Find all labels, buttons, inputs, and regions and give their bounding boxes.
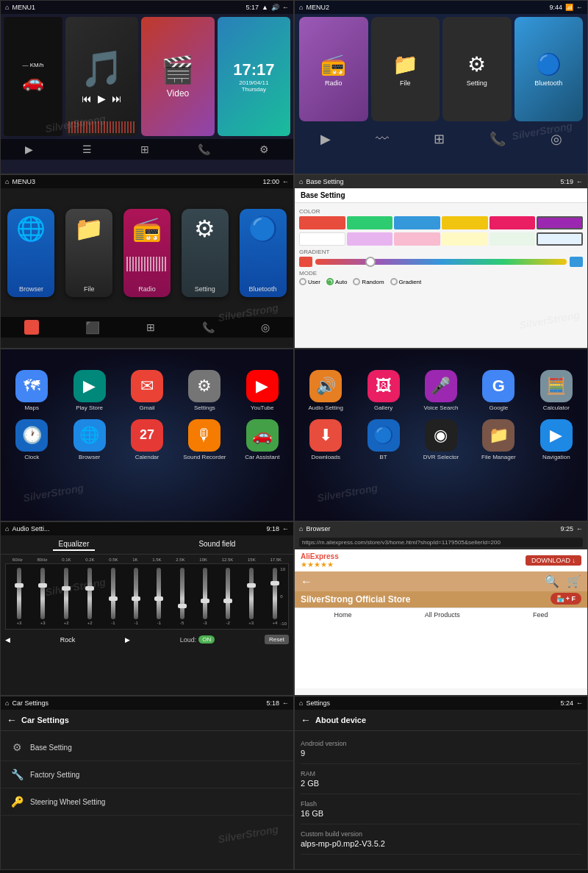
mode-random[interactable]: Random [353, 278, 384, 285]
tile-bluetooth[interactable]: 🔵 Bluetooth [514, 17, 584, 121]
radio-gradient[interactable] [390, 278, 398, 285]
app-gmail[interactable]: ✉ Gmail [119, 367, 175, 415]
nav-feed-store[interactable]: Feed [533, 611, 548, 619]
home-icon-7[interactable]: ⌂ [5, 525, 9, 532]
cart-icon-store[interactable]: 🛒 [567, 574, 581, 588]
color-pink[interactable] [490, 216, 536, 229]
eq-slider-5[interactable] [111, 568, 115, 619]
home-icon-9[interactable]: ⌂ [5, 699, 9, 707]
color-lavender[interactable] [347, 232, 393, 246]
app-voice-search[interactable]: 🎤 Voice Search [413, 367, 469, 415]
music-tile[interactable]: 🎵 ⏮ ▶ ⏭ [65, 17, 138, 136]
back-icon-10[interactable]: ← [576, 699, 583, 707]
nav-products-store[interactable]: All Products [425, 611, 460, 619]
app-downloads[interactable]: ⬇ Downloads [298, 416, 354, 464]
app-audio-setting[interactable]: 🔊 Audio Setting [298, 367, 354, 415]
gradient-thumb[interactable] [365, 257, 376, 267]
next-preset[interactable]: ▶ [125, 636, 130, 644]
eq-slider-2[interactable] [40, 568, 45, 619]
eq-bar-8[interactable]: -5 [180, 566, 184, 627]
back-icon-3[interactable]: ← [282, 178, 289, 185]
radio-random[interactable] [353, 278, 360, 285]
back-icon-8[interactable]: ← [576, 525, 583, 532]
app-browser[interactable]: 🌐 Browser [61, 416, 117, 464]
color-light-blue[interactable] [537, 232, 583, 246]
settings-item-base[interactable]: ⚙ Base Setting [1, 734, 293, 761]
search-icon-store[interactable]: 🔍 [545, 574, 559, 588]
settings-item-steering[interactable]: 🔑 Steering Wheel Setting [1, 788, 293, 816]
eq-slider-3[interactable] [64, 568, 68, 619]
app-dvr-selector[interactable]: ◉ DVR Selector [413, 416, 469, 464]
color-green[interactable] [347, 216, 393, 229]
url-input[interactable] [299, 538, 583, 547]
home-icon-3[interactable]: ⌂ [5, 178, 9, 185]
app-navigation[interactable]: ▶ Navigation [528, 416, 584, 464]
nav-home-store[interactable]: Home [334, 611, 352, 619]
nav-grid-3[interactable]: ⊞ [146, 321, 155, 333]
app-clock[interactable]: 🕐 Clock [4, 416, 60, 464]
eq-bar-5[interactable]: -1 [111, 566, 115, 627]
app-car-assistant[interactable]: 🚗 Car Assistant [234, 416, 290, 464]
app-calculator[interactable]: 🧮 Calculator [528, 367, 584, 415]
color-white[interactable] [299, 232, 345, 246]
app-youtube[interactable]: ▶ YouTube [234, 367, 290, 415]
card-browser[interactable]: 🌐 Browser [7, 209, 54, 297]
app-play-store[interactable]: ▶ Play Store [61, 367, 117, 415]
prev-icon[interactable]: ⏮ [82, 93, 92, 104]
app-calendar[interactable]: 27 Calendar [119, 416, 175, 464]
tile-radio[interactable]: 📻 Radio [299, 17, 368, 121]
eq-bar-10[interactable]: -2 [226, 566, 230, 627]
back-icon-4[interactable]: ← [576, 178, 583, 185]
back-icon-1[interactable]: ← [282, 4, 289, 11]
home-icon-8[interactable]: ⌂ [299, 525, 303, 532]
app-google[interactable]: G Google [470, 367, 526, 415]
app-gallery[interactable]: 🖼 Gallery [355, 367, 411, 415]
nav-arrow-3[interactable]: ▶ [24, 320, 39, 335]
home-icon-2[interactable]: ⌂ [299, 4, 303, 11]
gradient-end-swatch[interactable] [570, 257, 583, 267]
settings-back-9[interactable]: ← [7, 714, 17, 726]
next-icon[interactable]: ⏭ [112, 93, 122, 104]
video-tile[interactable]: 🎬 Video [141, 17, 214, 136]
nav-phone-3[interactable]: 📞 [202, 321, 215, 333]
home-icon-10[interactable]: ⌂ [299, 699, 303, 707]
back-icon-7[interactable]: ← [282, 525, 289, 532]
eq-slider-12[interactable] [273, 568, 277, 619]
card-file[interactable]: 📁 File [65, 209, 112, 297]
card-bluetooth[interactable]: 🔵 Bluetooth [240, 209, 287, 297]
eq-bar-11[interactable]: +3 [248, 566, 254, 627]
home-icon[interactable]: ⌂ [5, 4, 9, 11]
eq-slider-11[interactable] [249, 568, 254, 619]
download-btn[interactable]: DOWNLOAD ↓ [526, 555, 581, 566]
store-fab[interactable]: 🏪 + F [551, 593, 581, 605]
back-icon-2[interactable]: ← [576, 4, 583, 11]
settings-item-factory[interactable]: 🔧 Factory Setting [1, 761, 293, 788]
play-icon[interactable]: ▶ [98, 93, 106, 104]
tile-file[interactable]: 📁 File [371, 17, 440, 121]
app-file-manager[interactable]: 📁 File Manager [470, 416, 526, 464]
nav-menu-1[interactable]: ☰ [82, 143, 92, 155]
gradient-start-swatch[interactable] [299, 257, 312, 267]
tab-equalizer[interactable]: Equalizer [53, 538, 96, 551]
gradient-bar[interactable] [315, 259, 567, 265]
radio-auto[interactable] [326, 278, 334, 285]
eq-bar-7[interactable]: -1 [157, 566, 161, 627]
card-setting[interactable]: ⚙ Setting [182, 209, 229, 297]
nav-rec-3[interactable]: ⬛ [85, 321, 100, 335]
color-light-green[interactable] [490, 232, 536, 246]
mode-user[interactable]: User [299, 278, 320, 285]
eq-slider-9[interactable] [203, 568, 207, 619]
back-icon-9[interactable]: ← [282, 699, 289, 707]
color-light-pink[interactable] [394, 232, 440, 246]
color-light-yellow[interactable] [442, 232, 488, 246]
eq-bar-4[interactable]: +2 [87, 566, 93, 627]
eq-slider-7[interactable] [157, 568, 161, 619]
eq-bar-12[interactable]: +4 [272, 566, 277, 627]
nav-grid-1[interactable]: ⊞ [140, 143, 149, 155]
eq-slider-1[interactable] [17, 568, 21, 619]
mode-auto[interactable]: Auto [326, 278, 347, 285]
nav-phone-2[interactable]: 📞 [490, 131, 506, 147]
app-sound-recorder[interactable]: 🎙 Sound Recorder [176, 416, 232, 464]
home-icon-4[interactable]: ⌂ [299, 178, 303, 185]
nav-wave-2[interactable]: 〰 [376, 132, 389, 147]
